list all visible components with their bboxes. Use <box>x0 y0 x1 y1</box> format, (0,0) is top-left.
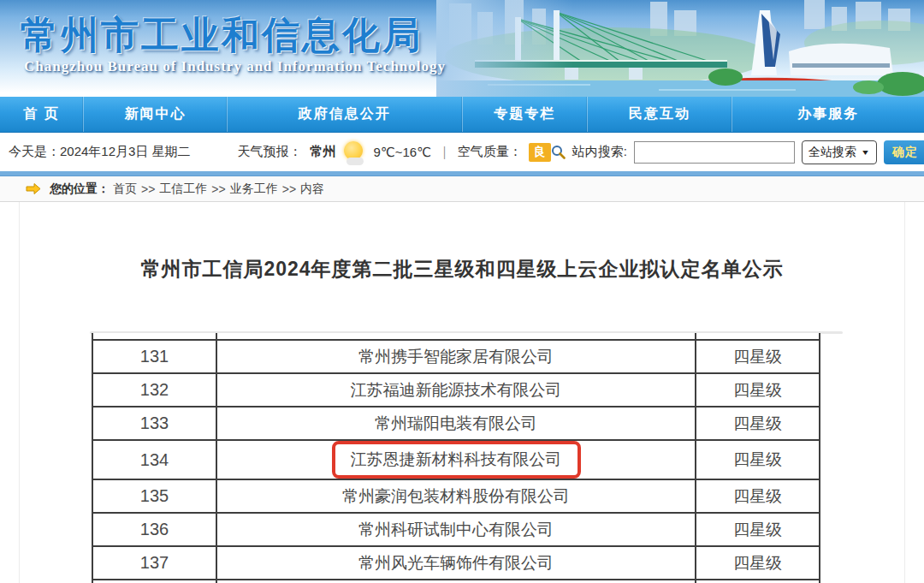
table-row: 132 江苏福迪新能源技术有限公司 四星级 <box>92 373 820 407</box>
star-level: 四星级 <box>696 513 820 546</box>
nav-item-news-center[interactable]: 新闻中心 <box>83 97 226 132</box>
row-number: 134 <box>92 440 216 479</box>
date-display: 今天是： 2024年12月3日 星期二 <box>9 144 191 160</box>
star-level: 四星级 <box>696 479 820 513</box>
breadcrumb-item-industry-work[interactable]: 工信工作 <box>159 181 207 197</box>
star-level: 四星级 <box>696 546 820 580</box>
breadcrumb-item-business-work[interactable]: 业务工作 <box>230 181 278 197</box>
search-icon <box>551 145 566 159</box>
company-name: 江苏福迪新能源技术有限公司 <box>351 381 562 399</box>
page: 常州市工业和信息化局 Changzhou Bureau of Industry … <box>0 0 924 583</box>
site-header-banner: 常州市工业和信息化局 Changzhou Bureau of Industry … <box>0 0 924 97</box>
weather-label: 天气预报： <box>238 144 302 160</box>
star-level: 四星级 <box>696 373 820 407</box>
breadcrumb-item-home[interactable]: 首页 <box>113 181 137 197</box>
breadcrumb-item-content[interactable]: 内容 <box>300 181 324 197</box>
breadcrumb-separator: >> <box>141 182 155 196</box>
company-name: 常州瑞阳电装有限公司 <box>375 414 537 432</box>
article-content: 常州市工信局2024年度第二批三星级和四星级上云企业拟认定名单公示 131 常州… <box>0 202 924 583</box>
row-number: 132 <box>92 373 216 407</box>
row-number: 136 <box>92 513 216 546</box>
table-row: 137 常州风光车辆饰件有限公司 四星级 <box>92 546 820 580</box>
table-row-clipped <box>92 333 820 340</box>
table-row-highlighted: 134 江苏恩捷新材料科技有限公司 四星级 <box>92 440 820 479</box>
today-label: 今天是： <box>9 144 60 160</box>
air-quality-label: 空气质量： <box>458 144 522 160</box>
breadcrumb-label: 您的位置： <box>50 181 110 197</box>
table-row: 133 常州瑞阳电装有限公司 四星级 <box>92 407 820 440</box>
company-name: 常州豪润包装材料股份有限公司 <box>342 487 570 505</box>
star-level: 四星级 <box>696 407 820 440</box>
site-search: 站内搜索: 全站搜索 ▼ 确定 <box>551 140 924 164</box>
nav-item-gov-info[interactable]: 政府信息公开 <box>227 97 462 132</box>
company-list-table: 131 常州携手智能家居有限公司 四星级 132 江苏福迪新能源技术有限公司 四… <box>92 333 821 583</box>
bridge-cityscape-image <box>436 0 924 97</box>
highlight-red-box: 江苏恩捷新材料科技有限公司 <box>332 441 581 479</box>
nav-item-public-interaction[interactable]: 民意互动 <box>587 97 732 132</box>
row-number: 135 <box>92 479 216 513</box>
table-row: 136 常州科研试制中心有限公司 四星级 <box>92 513 820 546</box>
weather-display: 天气预报： 常州 9℃~16℃ ｜ 空气质量： 良 <box>238 140 551 165</box>
nav-item-home[interactable]: 首 页 <box>0 97 83 132</box>
table-row: 135 常州豪润包装材料股份有限公司 四星级 <box>92 479 820 513</box>
star-level: 四星级 <box>696 340 820 373</box>
main-nav: 首 页 新闻中心 政府信息公开 专题专栏 民意互动 办事服务 <box>0 97 924 133</box>
page-title: 常州市工信局2024年度第二批三星级和四星级上云企业拟认定名单公示 <box>0 256 924 283</box>
search-scope-value: 全站搜索 <box>808 145 856 160</box>
today-date: 2024年12月3日 星期二 <box>60 144 191 160</box>
search-scope-select[interactable]: 全站搜索 ▼ <box>802 140 877 164</box>
weather-city: 常州 <box>311 144 336 160</box>
temperature-range: 9℃~16℃ <box>374 145 431 160</box>
search-input[interactable] <box>634 141 795 164</box>
table-row: 131 常州携手智能家居有限公司 四星级 <box>92 340 820 373</box>
nav-item-special-topics[interactable]: 专题专栏 <box>462 97 587 132</box>
company-name: 常州风光车辆饰件有限公司 <box>358 554 554 572</box>
sun-icon <box>341 140 367 165</box>
company-name: 江苏恩捷新材料科技有限公司 <box>351 450 562 468</box>
table-row-clipped <box>92 580 820 583</box>
search-label: 站内搜索: <box>572 144 627 160</box>
site-title: 常州市工业和信息化局 <box>21 10 423 61</box>
breadcrumb-separator: >> <box>282 182 296 196</box>
company-name: 常州携手智能家居有限公司 <box>358 348 554 366</box>
row-number: 137 <box>92 546 216 580</box>
arrow-right-icon <box>26 183 41 194</box>
row-number: 131 <box>92 340 216 373</box>
chevron-down-icon: ▼ <box>861 148 870 157</box>
site-subtitle: Changzhou Bureau of Industry and Informa… <box>24 58 446 75</box>
search-confirm-button[interactable]: 确定 <box>884 140 924 164</box>
separator: ｜ <box>438 144 451 160</box>
company-name: 常州科研试制中心有限公司 <box>358 521 554 538</box>
star-level: 四星级 <box>696 440 820 479</box>
breadcrumb: 您的位置： 首页 >> 工信工作 >> 业务工作 >> 内容 <box>0 176 924 202</box>
nav-item-services[interactable]: 办事服务 <box>732 97 924 132</box>
air-quality-badge: 良 <box>529 143 551 162</box>
breadcrumb-separator: >> <box>211 182 225 196</box>
row-number: 133 <box>92 407 216 440</box>
info-bar: 今天是： 2024年12月3日 星期二 天气预报： 常州 9℃~16℃ ｜ 空气… <box>0 133 924 171</box>
